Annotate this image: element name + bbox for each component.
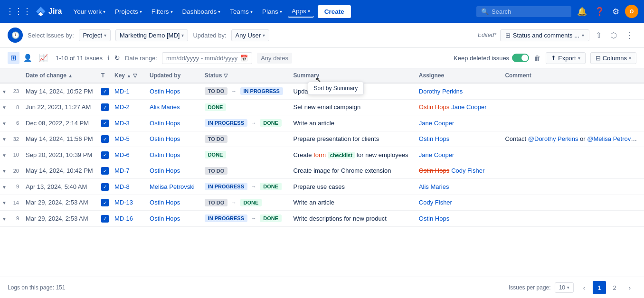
- help-icon[interactable]: ❓: [593, 5, 606, 19]
- page-1-button[interactable]: 1: [593, 281, 606, 294]
- row-comment: [500, 115, 644, 131]
- row-key[interactable]: MD-3: [112, 115, 145, 131]
- info-icon[interactable]: ℹ: [107, 55, 110, 62]
- col-summary[interactable]: Summary Sort by Summary ↖: [289, 68, 414, 83]
- row-updated-by[interactable]: Ostin Hops: [145, 195, 200, 211]
- save-icon[interactable]: ⬡: [608, 28, 619, 42]
- status-comments-button[interactable]: ⊞ Status and comments ... ▾: [500, 29, 589, 41]
- row-date: May 14, 2024, 10:52 PM: [21, 83, 98, 99]
- create-button[interactable]: Create: [318, 5, 351, 18]
- prev-page-button[interactable]: ‹: [578, 281, 591, 294]
- export-button[interactable]: ⬆ Export ▾: [546, 52, 586, 64]
- row-status: IN PROGRESS → DONE: [200, 179, 289, 195]
- row-key[interactable]: MD-1: [112, 83, 145, 99]
- row-assignee: Ostin Hops: [414, 131, 501, 147]
- col-type[interactable]: T: [98, 68, 112, 83]
- row-updated-by[interactable]: Ostin Hops: [145, 131, 200, 147]
- row-key[interactable]: MD-5: [112, 131, 145, 147]
- project-value-select[interactable]: Marketing Demo [MD] ▾: [115, 29, 188, 41]
- row-num: 9: [9, 179, 21, 195]
- row-expand[interactable]: ▼: [0, 83, 9, 99]
- jira-logo[interactable]: Jira: [35, 6, 62, 17]
- delete-icon[interactable]: 🗑: [534, 54, 541, 62]
- grid-view-button[interactable]: ⊞: [8, 52, 19, 64]
- settings-icon[interactable]: ⚙: [610, 5, 621, 19]
- row-expand[interactable]: ▼: [0, 131, 9, 147]
- key-filter-icon[interactable]: ▽: [133, 73, 137, 78]
- col-assignee[interactable]: Assignee: [414, 68, 501, 83]
- table-row: ▼ 32 May 14, 2024, 11:56 PM ✓ MD-5 Ostin…: [0, 131, 644, 147]
- row-status: TO DO → DONE: [200, 195, 289, 211]
- row-type: ✓: [98, 195, 112, 211]
- row-updated-by[interactable]: Ostin Hops: [145, 211, 200, 227]
- col-date-of-change[interactable]: Date of change ▲: [21, 68, 98, 83]
- row-key[interactable]: MD-7: [112, 163, 145, 179]
- nav-dashboards[interactable]: Dashboards▾: [179, 6, 225, 17]
- apps-grid-icon[interactable]: ⋮⋮⋮: [6, 6, 31, 17]
- nav-teams[interactable]: Teams▾: [226, 6, 256, 17]
- row-key[interactable]: MD-2: [112, 99, 145, 115]
- row-expand[interactable]: ▼: [0, 99, 9, 115]
- more-icon[interactable]: ⋮: [623, 28, 636, 43]
- project-select[interactable]: Project ▾: [79, 29, 111, 41]
- page-size-select[interactable]: 10 ▾: [555, 282, 574, 293]
- col-num: [9, 68, 21, 83]
- row-comment: [500, 211, 644, 227]
- date-range-label: Date range:: [125, 55, 157, 62]
- row-date: Jun 22, 2023, 11:27 AM: [21, 99, 98, 115]
- row-updated-by[interactable]: Ostin Hops: [145, 147, 200, 163]
- nav-apps[interactable]: Apps▾: [288, 6, 314, 18]
- row-updated-by[interactable]: Ostin Hops: [145, 115, 200, 131]
- row-updated-by[interactable]: Melisa Petrovski: [145, 179, 200, 195]
- row-expand[interactable]: ▼: [0, 179, 9, 195]
- sort-tooltip: Sort by Summary: [308, 82, 364, 95]
- footer-right: Issues per page: 10 ▾ ‹ 1 2 ›: [509, 281, 636, 294]
- notifications-icon[interactable]: 🔔: [575, 5, 589, 19]
- row-expand[interactable]: ▼: [0, 211, 9, 227]
- row-updated-by[interactable]: Ostin Hops: [145, 163, 200, 179]
- row-key[interactable]: MD-16: [112, 211, 145, 227]
- col-key[interactable]: Key ▲ ▽: [112, 68, 145, 83]
- col-comment[interactable]: Comment: [500, 68, 644, 83]
- col-updated-by[interactable]: Updated by: [145, 68, 200, 83]
- row-expand[interactable]: ▼: [0, 163, 9, 179]
- person-view-button[interactable]: 👤: [20, 52, 35, 64]
- nav-projects[interactable]: Projects▾: [111, 6, 146, 17]
- avatar[interactable]: O: [625, 5, 638, 18]
- row-key[interactable]: MD-13: [112, 195, 145, 211]
- page-2-button[interactable]: 2: [608, 281, 621, 294]
- row-assignee: Jane Cooper: [414, 147, 501, 163]
- row-summary: Create image for Chrome extension: [289, 163, 414, 179]
- refresh-icon[interactable]: ↻: [114, 54, 120, 62]
- date-range-input[interactable]: mm/dd/yyyy - mm/dd/yyyy 📅: [162, 52, 252, 64]
- table-row: ▼ 14 Mar 29, 2024, 2:53 AM ✓ MD-13 Ostin…: [0, 195, 644, 211]
- row-updated-by[interactable]: Ostin Hops: [145, 83, 200, 99]
- row-type: ✓: [98, 211, 112, 227]
- status-filter-icon[interactable]: ▽: [224, 73, 227, 78]
- row-expand[interactable]: ▼: [0, 195, 9, 211]
- toggle-knob: [521, 55, 528, 61]
- row-expand[interactable]: ▼: [0, 147, 9, 163]
- filter-bar-right: Edited* ⊞ Status and comments ... ▾ ⇧ ⬡ …: [478, 28, 636, 43]
- nav-your-work[interactable]: Your work▾: [69, 6, 109, 17]
- chart-view-button[interactable]: 📈: [36, 52, 51, 64]
- updated-by-select[interactable]: Any User ▾: [231, 29, 269, 41]
- row-key[interactable]: MD-8: [112, 179, 145, 195]
- row-updated-by[interactable]: Alis Maries: [145, 99, 200, 115]
- nav-plans[interactable]: Plans▾: [258, 6, 286, 17]
- row-summary: Write an article: [289, 195, 414, 211]
- col-status[interactable]: Status ▽: [200, 68, 289, 83]
- columns-button[interactable]: ⊟ Columns ▾: [590, 52, 636, 64]
- row-num: 20: [9, 163, 21, 179]
- share-icon[interactable]: ⇧: [593, 28, 604, 42]
- any-dates-button[interactable]: Any dates: [257, 53, 292, 64]
- search-icon: 🔍: [481, 8, 489, 15]
- keep-deleted-toggle[interactable]: [512, 54, 529, 62]
- next-page-button[interactable]: ›: [623, 281, 636, 294]
- row-expand[interactable]: ▼: [0, 115, 9, 131]
- top-navigation: ⋮⋮⋮ Jira Your work▾ Projects▾ Filters▾ D…: [0, 0, 644, 23]
- row-type: ✓: [98, 99, 112, 115]
- search-box[interactable]: 🔍 Search: [476, 6, 571, 17]
- row-key[interactable]: MD-6: [112, 147, 145, 163]
- nav-filters[interactable]: Filters▾: [148, 6, 177, 17]
